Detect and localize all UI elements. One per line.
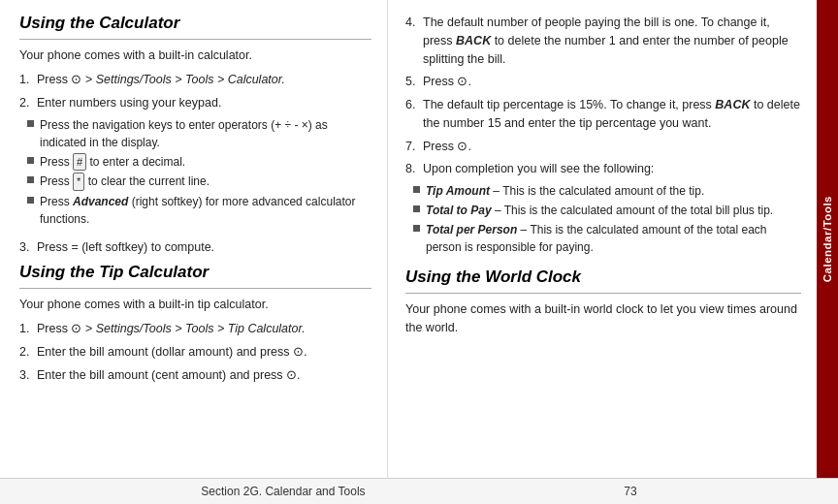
footer: Section 2G. Calendar and Tools 73 bbox=[0, 478, 838, 504]
tip-step-1: 1. Press ⊙ > Settings/Tools > Tools > Ti… bbox=[19, 320, 371, 338]
right-step-4-num: 4. bbox=[405, 14, 423, 32]
bullet-8-3-text: Total per Person – This is the calculate… bbox=[426, 221, 801, 256]
tip-step-2-num: 2. bbox=[19, 343, 37, 362]
step-3: 3. Press = (left softkey) to compute. bbox=[19, 238, 371, 257]
bullet-icon bbox=[27, 120, 34, 127]
left-column: Using the Calculator Your phone comes wi… bbox=[0, 0, 388, 478]
bullet-8-3: Total per Person – This is the calculate… bbox=[413, 221, 801, 256]
step-2-num: 2. bbox=[19, 94, 37, 112]
step-1-text: Press ⊙ > Settings/Tools > Tools > Calcu… bbox=[37, 71, 371, 89]
bullet-2-4: Press Advanced (right softkey) for more … bbox=[27, 193, 371, 228]
section2-heading: Using the Tip Calculator bbox=[19, 263, 371, 282]
right-step-6-num: 6. bbox=[405, 96, 423, 114]
tip-step-3-num: 3. bbox=[19, 366, 37, 385]
bullet-8-1-text: Tip Amount – This is the calculated amou… bbox=[426, 182, 704, 200]
section3-divider bbox=[405, 293, 801, 294]
step-2-bullets: Press the navigation keys to enter opera… bbox=[27, 116, 371, 230]
section3-heading: Using the World Clock bbox=[405, 268, 801, 287]
bullet-2-4-text: Press Advanced (right softkey) for more … bbox=[40, 193, 371, 228]
bullet-2-2-text: Press # to enter a decimal. bbox=[40, 153, 185, 172]
tip-step-1-text: Press ⊙ > Settings/Tools > Tools > Tip C… bbox=[37, 320, 371, 338]
section1-steps: 1. Press ⊙ > Settings/Tools > Tools > Ca… bbox=[19, 71, 371, 256]
bullet-8-2-text: Total to Pay – This is the calculated am… bbox=[426, 202, 773, 219]
right-step-7-text: Press ⊙. bbox=[423, 138, 801, 156]
step-2: 2. Enter numbers using your keypad. Pres… bbox=[19, 94, 371, 234]
right-step-8-num: 8. bbox=[405, 160, 423, 178]
right-step-7-num: 7. bbox=[405, 138, 423, 156]
right-step-7: 7. Press ⊙. bbox=[405, 138, 801, 156]
section2-intro: Your phone comes with a built-in tip cal… bbox=[19, 296, 371, 314]
step-8-bullets: Tip Amount – This is the calculated amou… bbox=[413, 182, 801, 258]
bullet-icon bbox=[413, 205, 420, 212]
tip-step-2: 2. Enter the bill amount (dollar amount)… bbox=[19, 343, 371, 362]
right-step-8: 8. Upon completion you will see the foll… bbox=[405, 160, 801, 262]
bullet-8-1: Tip Amount – This is the calculated amou… bbox=[413, 182, 801, 200]
section3-intro: Your phone comes with a built-in world c… bbox=[405, 300, 801, 338]
step-1: 1. Press ⊙ > Settings/Tools > Tools > Ca… bbox=[19, 71, 371, 89]
section2-steps: 1. Press ⊙ > Settings/Tools > Tools > Ti… bbox=[19, 320, 371, 384]
main-content: Using the Calculator Your phone comes wi… bbox=[0, 0, 838, 504]
bullet-2-3-text: Press * to clear the current line. bbox=[40, 173, 210, 191]
section2-divider bbox=[19, 288, 371, 289]
tip-step-3-text: Enter the bill amount (cent amount) and … bbox=[37, 366, 371, 385]
right-step-6-text: The default tip percentage is 15%. To ch… bbox=[423, 96, 801, 133]
bullet-icon bbox=[27, 157, 34, 164]
section1-divider bbox=[19, 39, 371, 40]
right-step-4: 4. The default number of people paying t… bbox=[405, 14, 801, 68]
footer-right: 73 bbox=[624, 485, 636, 498]
right-step-5-text: Press ⊙. bbox=[423, 73, 801, 91]
step-1-num: 1. bbox=[19, 71, 37, 89]
right-step-5: 5. Press ⊙. bbox=[405, 73, 801, 91]
sidebar-tab: Calendar/Tools bbox=[817, 0, 838, 478]
bullet-2-1-text: Press the navigation keys to enter opera… bbox=[40, 116, 371, 151]
bullet-icon bbox=[413, 186, 420, 193]
right-steps: 4. The default number of people paying t… bbox=[405, 14, 801, 262]
tip-step-2-text: Enter the bill amount (dollar amount) an… bbox=[37, 343, 371, 362]
right-step-8-text: Upon completion you will see the followi… bbox=[423, 160, 654, 178]
sidebar-label: Calendar/Tools bbox=[822, 196, 833, 282]
section1-heading: Using the Calculator bbox=[19, 14, 371, 33]
tip-step-3: 3. Enter the bill amount (cent amount) a… bbox=[19, 366, 371, 385]
bullet-icon bbox=[27, 197, 34, 204]
bullet-8-2: Total to Pay – This is the calculated am… bbox=[413, 202, 801, 219]
step-2-text: Enter numbers using your keypad. bbox=[37, 94, 221, 112]
tip-step-1-num: 1. bbox=[19, 320, 37, 338]
bullet-icon bbox=[413, 225, 420, 232]
step-3-num: 3. bbox=[19, 238, 37, 257]
bullet-2-3: Press * to clear the current line. bbox=[27, 173, 371, 191]
bullet-2-2: Press # to enter a decimal. bbox=[27, 153, 371, 172]
right-column: 4. The default number of people paying t… bbox=[388, 0, 817, 478]
footer-left: Section 2G. Calendar and Tools bbox=[201, 485, 365, 498]
right-step-4-text: The default number of people paying the … bbox=[423, 14, 801, 68]
bullet-icon bbox=[27, 176, 34, 183]
right-step-6: 6. The default tip percentage is 15%. To… bbox=[405, 96, 801, 133]
step-3-text: Press = (left softkey) to compute. bbox=[37, 238, 371, 257]
right-step-5-num: 5. bbox=[405, 73, 423, 91]
section1-intro: Your phone comes with a built-in calcula… bbox=[19, 47, 371, 65]
bullet-2-1: Press the navigation keys to enter opera… bbox=[27, 116, 371, 151]
